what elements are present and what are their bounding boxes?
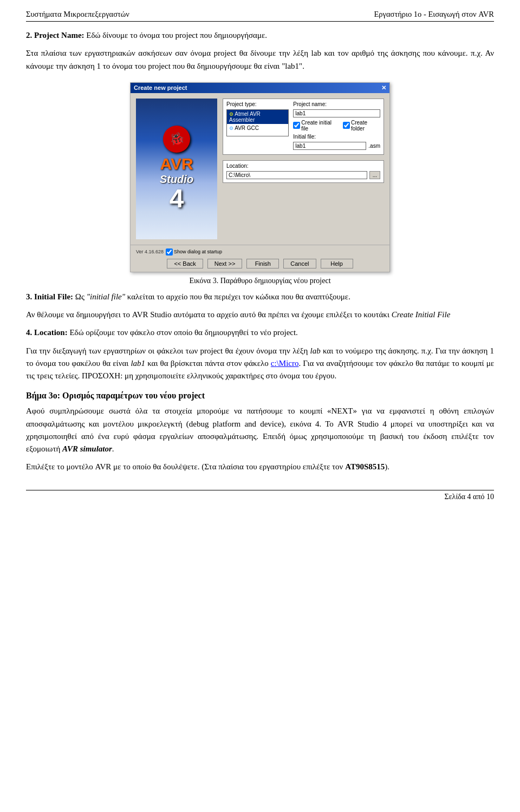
page-footer: Σελίδα 4 από 10 bbox=[26, 490, 494, 501]
next-button[interactable]: Next >> bbox=[207, 259, 243, 269]
browse-button[interactable]: ... bbox=[369, 171, 380, 179]
section2-number: 2. Project Name: bbox=[26, 31, 84, 40]
create-initial-file-checkbox[interactable]: Create initial file bbox=[293, 120, 337, 132]
step3-para1: Αφού συμπληρώσουμε σωστά όλα τα στοιχεία… bbox=[26, 405, 494, 455]
location-group: Location: ... bbox=[223, 160, 384, 183]
page-header: Συστήματα Μικροεπεξεργαστών Εργαστήριο 1… bbox=[26, 10, 494, 22]
micro-link: c:\Micro bbox=[271, 359, 299, 368]
checkbox-row: Create initial file Create folder bbox=[293, 120, 380, 132]
initial-file-row: .asm bbox=[293, 142, 380, 150]
type-name-row: Project type: ⚙ Atmel AVR Assembler ⚙ AV… bbox=[226, 101, 380, 150]
avr-text: AVR bbox=[160, 155, 193, 173]
back-button[interactable]: << Back bbox=[167, 259, 203, 269]
type-item-gcc[interactable]: ⚙ AVR GCC bbox=[227, 124, 288, 132]
step3-heading: Βήμα 3ο: Ορισμός παραμέτρων του νέου pro… bbox=[26, 391, 494, 401]
location-input[interactable] bbox=[226, 171, 367, 179]
step3-para2: Επιλέξτε το μοντέλο AVR με το οποίο θα δ… bbox=[26, 461, 494, 473]
location-label: Location: bbox=[226, 163, 380, 169]
dialog-right-panel: Project type: ⚙ Atmel AVR Assembler ⚙ AV… bbox=[223, 99, 384, 239]
project-name-input[interactable] bbox=[293, 109, 380, 117]
lab1-italic: lab1 bbox=[131, 359, 145, 368]
section2-para1: 2. Project Name: Εδώ δίνουμε το όνομα το… bbox=[26, 29, 494, 42]
project-type-group: Project type: ⚙ Atmel AVR Assembler ⚙ AV… bbox=[223, 99, 384, 155]
section4-para2: Για την διεξαγωγή των εργαστηρίων οι φάκ… bbox=[26, 345, 494, 383]
section4-number: 4. Location: bbox=[26, 328, 68, 337]
cancel-button[interactable]: Cancel bbox=[283, 259, 316, 269]
figure-caption: Εικόνα 3. Παράθυρο δημιουργίας νέου proj… bbox=[189, 277, 330, 285]
project-type-list[interactable]: ⚙ Atmel AVR Assembler ⚙ AVR GCC bbox=[226, 109, 289, 136]
figure-container: Create new project ✕ 🐞 AVR Studio 4 bbox=[26, 82, 494, 285]
project-name-col: Project name: Create initial file Create… bbox=[293, 101, 380, 150]
initial-file-label: Initial file: bbox=[293, 134, 380, 140]
section4-para1: 4. Location: Εδώ ορίζουμε τον φάκελο στο… bbox=[26, 326, 494, 339]
version-text: Ver 4.16.628 bbox=[136, 249, 164, 254]
help-button[interactable]: Help bbox=[321, 259, 353, 269]
show-dialog-checkbox[interactable]: Show dialog at startup bbox=[166, 248, 222, 256]
lab-italic: lab bbox=[310, 346, 320, 355]
dialog-close-icon: ✕ bbox=[381, 84, 386, 91]
page-number: Σελίδα 4 από 10 bbox=[445, 493, 494, 501]
location-row: ... bbox=[226, 171, 380, 179]
create-initial-italic: Create Initial File bbox=[392, 310, 451, 319]
header-right: Εργαστήριο 1ο - Εισαγωγή στον AVR bbox=[374, 10, 494, 19]
at90s8515-text: AT90S8515 bbox=[345, 462, 385, 471]
dialog-box: Create new project ✕ 🐞 AVR Studio 4 bbox=[130, 82, 390, 272]
initial-file-italic: "initial file" bbox=[87, 292, 125, 301]
header-left: Συστήματα Μικροεπεξεργαστών bbox=[26, 10, 129, 19]
initial-file-input[interactable] bbox=[293, 142, 366, 150]
project-type-col: Project type: ⚙ Atmel AVR Assembler ⚙ AV… bbox=[226, 101, 289, 150]
dialog-bottom-row: Ver 4.16.628 Show dialog at startup bbox=[136, 248, 384, 256]
project-name-input-wrapper bbox=[293, 109, 380, 117]
section3-number: 3. Initial File: bbox=[26, 292, 73, 301]
project-type-label: Project type: bbox=[226, 101, 289, 107]
asm-extension: .asm bbox=[368, 143, 380, 149]
section2-para2: Στα πλαίσια των εργαστηριακών ασκήσεων σ… bbox=[26, 47, 494, 73]
section3-para: 3. Initial File: Ως "initial file" καλεί… bbox=[26, 291, 494, 303]
dialog-titlebar: Create new project ✕ bbox=[131, 83, 389, 93]
type-item-assembler[interactable]: ⚙ Atmel AVR Assembler bbox=[227, 110, 288, 124]
section3-para2: Αν θέλουμε να δημιουργήσει το AVR Studio… bbox=[26, 309, 494, 321]
finish-button[interactable]: Finish bbox=[246, 259, 279, 269]
dialog-body: 🐞 AVR Studio 4 Project type: bbox=[131, 93, 389, 245]
avr-studio-logo: 🐞 AVR Studio 4 bbox=[160, 126, 193, 212]
project-name-label: Project name: bbox=[293, 101, 380, 107]
dialog-buttons: << Back Next >> Finish Cancel Help bbox=[136, 259, 384, 269]
create-folder-checkbox[interactable]: Create folder bbox=[343, 120, 380, 132]
dialog-logo-panel: 🐞 AVR Studio 4 bbox=[136, 99, 217, 239]
version-row: Ver 4.16.628 Show dialog at startup bbox=[136, 248, 222, 256]
dialog-footer: Ver 4.16.628 Show dialog at startup << B… bbox=[131, 245, 389, 272]
dialog-title: Create new project bbox=[134, 84, 187, 91]
avr-simulator-text: AVR simulator bbox=[62, 444, 112, 453]
